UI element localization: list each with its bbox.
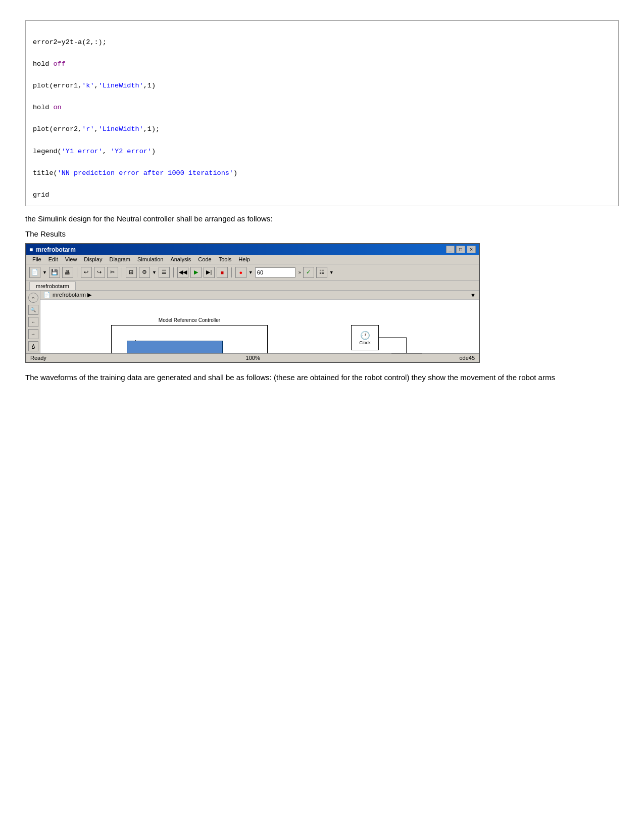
code-on-keyword: on (54, 104, 62, 111)
dropdown-arrow-5[interactable]: ▼ (329, 270, 334, 275)
code-line-2: hold (33, 60, 54, 68)
breadcrumb-dropdown[interactable]: ▼ (470, 292, 476, 298)
diagram-wrapper: Model Reference Controller Reference Neu… (71, 315, 455, 353)
menu-code[interactable]: Code (195, 256, 214, 263)
code-line-6a: legend( (33, 148, 62, 155)
tools-grid-button[interactable]: ☷ (316, 267, 327, 278)
code-line-7a: title( (33, 169, 58, 177)
simulink-icon: ■ (29, 246, 33, 253)
redo-button[interactable]: ↪ (94, 267, 105, 278)
minimize-button[interactable]: _ (446, 246, 455, 253)
code-line-5c: ,1); (143, 125, 160, 133)
menu-view[interactable]: View (62, 256, 80, 263)
code-str-y1error: 'Y1 error' (62, 148, 103, 155)
code-off-keyword: off (54, 60, 66, 68)
code-line-8: grid (33, 191, 49, 199)
sim-body-wrapper: ○ 🔍 ↔ → A̲ 📄 mrefrobotarm ▶ ▼ (26, 291, 479, 353)
cut-button[interactable]: ✂ (107, 267, 118, 278)
titlebar-right: _ □ × (446, 246, 476, 253)
code-str-r: 'r' (82, 125, 94, 133)
code-line-5: plot(error2, (33, 125, 82, 133)
code-line-4: hold (33, 104, 54, 111)
graph-block: ▢ X(2Y)Graph (391, 353, 422, 353)
code-line-3b: , (94, 82, 98, 89)
code-line-3: plot(error1, (33, 82, 82, 89)
dropdown-arrow[interactable]: ▼ (42, 270, 47, 275)
check-button[interactable]: ✓ (303, 267, 314, 278)
code-str-k: 'k' (82, 82, 94, 89)
code-line-7b: ) (233, 169, 237, 177)
simulink-tabs: mrefrobotarm (26, 281, 479, 291)
dropdown-arrow-2[interactable]: ▼ (152, 270, 157, 275)
para-simulink: the Simulink design for the Neutral cont… (25, 213, 619, 225)
titlebar-left: ■ mrefrobotarm (29, 246, 76, 253)
grid-button[interactable]: ⊞ (126, 267, 137, 278)
mrc-inner-box: NeuralNetworkController (127, 341, 223, 353)
tab-mrefrobotarm[interactable]: mrefrobotarm (29, 282, 76, 290)
sidebar-btn-arrow[interactable]: → (28, 329, 38, 339)
menu-edit[interactable]: Edit (45, 256, 61, 263)
menu-analysis[interactable]: Analysis (167, 256, 194, 263)
code-line-5b: , (94, 125, 98, 133)
simulink-titlebar: ■ mrefrobotarm _ □ × (26, 244, 479, 255)
undo-button[interactable]: ↩ (81, 267, 92, 278)
breadcrumb-icon: 📄 (43, 292, 51, 298)
code-str-linewidth2: 'LineWidth' (98, 125, 143, 133)
simulink-menubar: File Edit View Display Diagram Simulatio… (26, 255, 479, 264)
menu-diagram[interactable]: Diagram (106, 256, 133, 263)
sim-time-input[interactable] (255, 267, 295, 277)
status-zoom: 100% (246, 355, 260, 361)
sidebar-btn-circle[interactable]: ○ (28, 293, 38, 303)
code-block: error2=y2t-a(2,:); hold off plot(error1,… (25, 20, 619, 206)
code-line-3c: ,1) (143, 82, 156, 89)
menu-simulation[interactable]: Simulation (134, 256, 166, 263)
sidebar-btn-text[interactable]: A̲ (28, 341, 38, 351)
menu-display[interactable]: Display (81, 256, 105, 263)
menu-file[interactable]: File (29, 256, 44, 263)
dropdown-arrow-3[interactable]: ▼ (249, 270, 253, 275)
sidebar-btn-zoom[interactable]: 🔍 (28, 305, 38, 315)
play-button[interactable]: ▶ (190, 267, 202, 278)
record-button[interactable]: ● (235, 267, 246, 278)
dropdown-arrow-4[interactable]: » (299, 270, 301, 275)
toolbar-sep-1 (77, 267, 77, 277)
simulink-statusbar: Ready 100% ode45 (26, 353, 479, 362)
status-ready: Ready (30, 355, 46, 361)
sidebar-btn-fit[interactable]: ↔ (28, 317, 38, 327)
mrc-title-label: Model Reference Controller (159, 317, 220, 323)
code-line-1: error2=y2t-a(2,:); (33, 38, 107, 46)
simulink-window: ■ mrefrobotarm _ □ × File Edit View Disp… (25, 243, 480, 363)
simulink-breadcrumb: 📄 mrefrobotarm ▶ ▼ (40, 291, 479, 300)
close-button[interactable]: × (467, 246, 476, 253)
rewind-button[interactable]: ◀◀ (177, 267, 188, 278)
bottom-paragraph: The waveforms of the training data are g… (25, 372, 619, 384)
menu-tools[interactable]: Tools (216, 256, 235, 263)
toolbar-sep-4 (231, 267, 232, 277)
section-title: The Results (25, 229, 619, 238)
toolbar-sep-2 (122, 267, 122, 277)
code-line-6c: ) (152, 148, 156, 155)
stop-button[interactable]: ■ (217, 267, 228, 278)
clock-label: Clock (359, 340, 371, 345)
simulink-title: mrefrobotarm (36, 246, 76, 253)
simulink-canvas: Model Reference Controller Reference Neu… (40, 300, 479, 353)
breadcrumb-path[interactable]: mrefrobotarm ▶ (53, 292, 91, 298)
step-button[interactable]: ▶| (204, 267, 215, 278)
simulink-sidebar: ○ 🔍 ↔ → A̲ (26, 291, 40, 353)
code-line-6b: , (103, 148, 111, 155)
sim-main-area: 📄 mrefrobotarm ▶ ▼ (40, 291, 479, 353)
code-str-y2error: 'Y2 error' (111, 148, 152, 155)
settings-button[interactable]: ⚙ (139, 267, 150, 278)
status-solver: ode45 (459, 355, 475, 361)
save-button[interactable]: 💾 (49, 267, 60, 278)
list-button[interactable]: ☰ (159, 267, 170, 278)
clock-block: 🕐 Clock (351, 325, 379, 350)
clock-icon: 🕐 (360, 331, 370, 340)
mrc-outer-box: Model Reference Controller Reference Neu… (111, 325, 268, 353)
menu-help[interactable]: Help (235, 256, 253, 263)
new-button[interactable]: 📄 (29, 267, 40, 278)
toolbar-sep-3 (173, 267, 174, 277)
maximize-button[interactable]: □ (456, 246, 465, 253)
print-button[interactable]: 🖶 (62, 267, 73, 278)
simulink-toolbar: 📄 ▼ 💾 🖶 ↩ ↪ ✂ ⊞ ⚙ ▼ ☰ ◀◀ ▶ ▶| ■ ● ▼ » ✓ … (26, 264, 479, 281)
